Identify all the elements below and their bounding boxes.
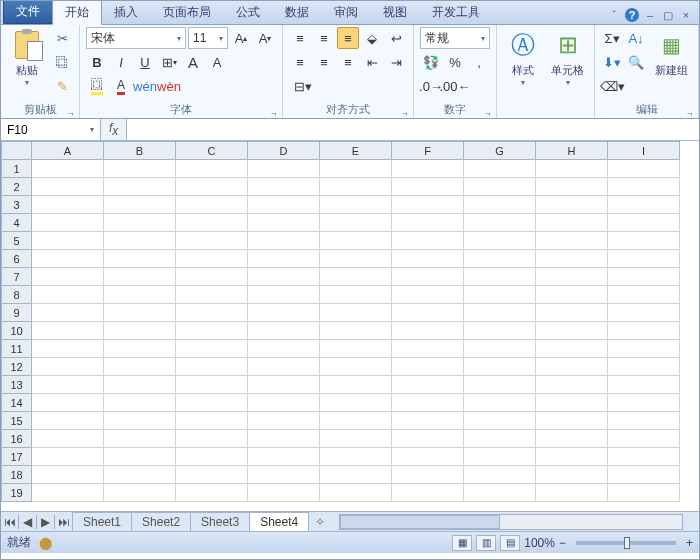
cell[interactable] bbox=[536, 394, 608, 412]
underline-button[interactable]: U bbox=[134, 51, 156, 73]
cell[interactable] bbox=[536, 340, 608, 358]
cell[interactable] bbox=[176, 178, 248, 196]
cell[interactable] bbox=[392, 250, 464, 268]
cells-button[interactable]: ⊞ 单元格▾ bbox=[547, 27, 588, 89]
cell[interactable] bbox=[248, 466, 320, 484]
cell[interactable] bbox=[248, 232, 320, 250]
cell[interactable] bbox=[320, 178, 392, 196]
cell[interactable] bbox=[536, 322, 608, 340]
comma-button[interactable]: , bbox=[468, 51, 490, 73]
number-format-combo[interactable]: 常规▾ bbox=[420, 27, 490, 49]
cell[interactable] bbox=[104, 322, 176, 340]
cell[interactable] bbox=[104, 304, 176, 322]
cell[interactable] bbox=[104, 484, 176, 502]
border-button[interactable]: ⊞▾ bbox=[158, 51, 180, 73]
cell[interactable] bbox=[248, 160, 320, 178]
autosum-button[interactable]: Σ▾ bbox=[601, 27, 623, 49]
row-header[interactable]: 13 bbox=[2, 376, 32, 394]
cell[interactable] bbox=[248, 286, 320, 304]
cell[interactable] bbox=[248, 340, 320, 358]
cell[interactable] bbox=[320, 376, 392, 394]
column-header[interactable]: F bbox=[392, 142, 464, 160]
find-button[interactable]: 🔍 bbox=[625, 51, 647, 73]
cell[interactable] bbox=[32, 322, 104, 340]
cell[interactable] bbox=[176, 160, 248, 178]
cell[interactable] bbox=[248, 448, 320, 466]
cell[interactable] bbox=[248, 376, 320, 394]
sheet-tab[interactable]: Sheet2 bbox=[131, 512, 191, 531]
cell[interactable] bbox=[608, 466, 680, 484]
cell[interactable] bbox=[392, 178, 464, 196]
cell[interactable] bbox=[248, 394, 320, 412]
grow-font-button[interactable]: A▴ bbox=[230, 27, 252, 49]
cell[interactable] bbox=[320, 304, 392, 322]
cell[interactable] bbox=[104, 160, 176, 178]
cell[interactable] bbox=[392, 286, 464, 304]
tab-file[interactable]: 文件 bbox=[3, 0, 53, 24]
cell[interactable] bbox=[320, 484, 392, 502]
cell[interactable] bbox=[32, 160, 104, 178]
cell[interactable] bbox=[536, 196, 608, 214]
column-header[interactable]: A bbox=[32, 142, 104, 160]
cell[interactable] bbox=[608, 322, 680, 340]
sort-button[interactable]: A↓ bbox=[625, 27, 647, 49]
sheet-nav-prev[interactable]: ◀ bbox=[19, 515, 37, 529]
cell[interactable] bbox=[320, 232, 392, 250]
cell[interactable] bbox=[608, 430, 680, 448]
cell[interactable] bbox=[248, 304, 320, 322]
cell[interactable] bbox=[608, 304, 680, 322]
cell[interactable] bbox=[176, 394, 248, 412]
cell[interactable] bbox=[464, 214, 536, 232]
tab-开发工具[interactable]: 开发工具 bbox=[419, 0, 493, 24]
column-header[interactable]: H bbox=[536, 142, 608, 160]
cell[interactable] bbox=[536, 484, 608, 502]
fill-button[interactable]: ⬇▾ bbox=[601, 51, 623, 73]
zoom-in-button[interactable]: + bbox=[686, 536, 693, 550]
cell[interactable] bbox=[536, 160, 608, 178]
cell[interactable] bbox=[536, 376, 608, 394]
cell[interactable] bbox=[536, 214, 608, 232]
zoom-out-button[interactable]: − bbox=[559, 536, 566, 550]
cell[interactable] bbox=[32, 232, 104, 250]
bold-button[interactable]: B bbox=[86, 51, 108, 73]
cell[interactable] bbox=[608, 394, 680, 412]
italic-button[interactable]: I bbox=[110, 51, 132, 73]
cell[interactable] bbox=[320, 268, 392, 286]
cell[interactable] bbox=[392, 322, 464, 340]
select-all-corner[interactable] bbox=[2, 142, 32, 160]
cell[interactable] bbox=[536, 268, 608, 286]
cell[interactable] bbox=[248, 214, 320, 232]
cell[interactable] bbox=[104, 394, 176, 412]
cell[interactable] bbox=[32, 178, 104, 196]
tab-开始[interactable]: 开始 bbox=[52, 0, 102, 25]
fx-icon[interactable]: fx bbox=[105, 121, 122, 138]
cell[interactable] bbox=[104, 358, 176, 376]
row-header[interactable]: 8 bbox=[2, 286, 32, 304]
cell[interactable] bbox=[536, 232, 608, 250]
cell[interactable] bbox=[392, 376, 464, 394]
percent-button[interactable]: % bbox=[444, 51, 466, 73]
cell[interactable] bbox=[464, 376, 536, 394]
cell[interactable] bbox=[176, 358, 248, 376]
cell[interactable] bbox=[104, 448, 176, 466]
font-bigA-button[interactable]: A bbox=[182, 51, 204, 73]
row-header[interactable]: 9 bbox=[2, 304, 32, 322]
cell[interactable] bbox=[104, 412, 176, 430]
cell[interactable] bbox=[176, 376, 248, 394]
align-bottom-button[interactable]: ≡ bbox=[337, 27, 359, 49]
cell[interactable] bbox=[608, 250, 680, 268]
cell[interactable] bbox=[320, 214, 392, 232]
cell[interactable] bbox=[608, 268, 680, 286]
cell[interactable] bbox=[464, 322, 536, 340]
cell[interactable] bbox=[392, 466, 464, 484]
cell[interactable] bbox=[176, 412, 248, 430]
increase-indent-button[interactable]: ⇥ bbox=[385, 51, 407, 73]
row-header[interactable]: 14 bbox=[2, 394, 32, 412]
cell[interactable] bbox=[176, 322, 248, 340]
align-center-button[interactable]: ≡ bbox=[313, 51, 335, 73]
cell[interactable] bbox=[464, 196, 536, 214]
row-header[interactable]: 4 bbox=[2, 214, 32, 232]
cell[interactable] bbox=[608, 196, 680, 214]
macro-record-icon[interactable]: ⬤ bbox=[39, 536, 52, 550]
cell[interactable] bbox=[608, 376, 680, 394]
